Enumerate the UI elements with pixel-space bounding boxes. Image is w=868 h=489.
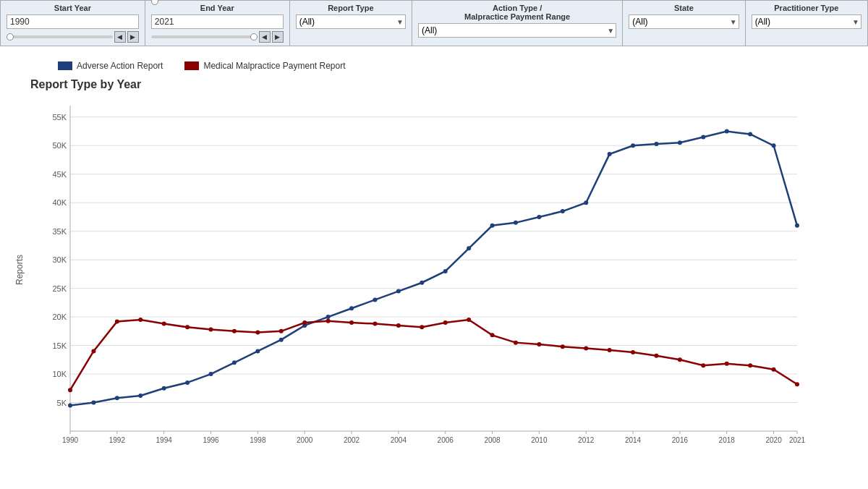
svg-point-107	[420, 325, 424, 329]
main-chart-svg: 55K50K45K40K35K30K25K20K15K10K5K19901992…	[30, 98, 812, 460]
svg-text:20K: 20K	[52, 312, 67, 321]
legend-red-icon	[184, 61, 199, 70]
svg-point-111	[514, 341, 518, 345]
start-year-label: Start Year	[54, 4, 91, 12]
svg-text:35K: 35K	[52, 227, 67, 236]
state-filter: State (All) ▼	[623, 1, 745, 46]
report-type-filter: Report Type (All) ▼	[290, 1, 412, 46]
svg-text:2010: 2010	[531, 436, 548, 444]
start-year-value: 1990	[7, 14, 139, 29]
chart-container: Adverse Action Report Medical Malpractic…	[0, 46, 868, 477]
chart-body: Reports Report Type by Year 55K50K45K40K…	[14, 78, 854, 462]
action-malpractice-label: Action Type /Malpractice Payment Range	[464, 4, 570, 21]
svg-point-120	[725, 362, 729, 366]
svg-point-68	[255, 349, 260, 353]
start-year-prev[interactable]: ◀	[114, 31, 126, 43]
svg-point-108	[443, 320, 448, 325]
svg-point-84	[631, 143, 635, 148]
chart-title: Report Type by Year	[30, 78, 854, 91]
svg-point-103	[326, 319, 331, 323]
practitioner-type-select[interactable]: (All)	[752, 14, 861, 29]
legend-blue-label: Adverse Action Report	[77, 61, 163, 71]
action-malpractice-select[interactable]: (All)	[418, 23, 616, 38]
start-year-filter: Start Year 1990 ◀ ▶	[1, 1, 145, 46]
svg-point-92	[68, 388, 72, 392]
action-malpractice-filter: Action Type /Malpractice Payment Range (…	[412, 1, 623, 46]
svg-point-82	[584, 200, 588, 205]
state-label: State	[674, 4, 694, 12]
svg-point-78	[490, 224, 495, 228]
svg-point-91	[795, 224, 799, 228]
svg-text:2002: 2002	[344, 436, 360, 444]
start-year-next[interactable]: ▶	[127, 31, 139, 43]
svg-text:1994: 1994	[156, 436, 173, 444]
svg-point-114	[584, 346, 588, 351]
svg-point-76	[443, 269, 448, 273]
svg-point-69	[279, 338, 284, 342]
start-year-thumb[interactable]	[7, 33, 14, 41]
svg-text:2012: 2012	[578, 436, 595, 444]
y-axis-label: Reports	[14, 255, 25, 285]
svg-point-97	[185, 325, 190, 329]
end-year-next[interactable]: ▶	[272, 31, 284, 43]
svg-text:2018: 2018	[719, 436, 736, 444]
svg-point-73	[373, 297, 377, 302]
svg-text:2020: 2020	[765, 436, 782, 444]
svg-point-119	[701, 363, 705, 367]
svg-point-118	[678, 357, 682, 362]
svg-point-65	[185, 380, 190, 385]
state-select[interactable]: (All)	[629, 14, 739, 29]
svg-point-71	[326, 315, 331, 319]
svg-point-61	[91, 401, 95, 405]
start-year-track[interactable]	[7, 35, 113, 38]
svg-point-99	[232, 329, 237, 333]
svg-text:55K: 55K	[52, 113, 67, 122]
svg-point-87	[701, 135, 705, 139]
legend-item-blue: Adverse Action Report	[58, 61, 163, 71]
svg-text:2004: 2004	[391, 436, 407, 444]
svg-point-90	[772, 143, 776, 148]
state-wrapper: (All) ▼	[629, 14, 739, 29]
svg-text:2021: 2021	[789, 436, 806, 444]
practitioner-type-filter: Practitioner Type (All) ▼	[746, 1, 867, 46]
svg-text:2000: 2000	[297, 436, 313, 444]
svg-text:1998: 1998	[250, 436, 266, 444]
svg-point-122	[772, 367, 776, 372]
svg-text:30K: 30K	[52, 255, 67, 264]
svg-point-95	[138, 318, 142, 322]
svg-point-100	[255, 330, 260, 334]
svg-point-62	[115, 396, 119, 400]
end-year-track[interactable]	[151, 35, 258, 38]
svg-point-77	[467, 246, 471, 250]
svg-point-64	[162, 386, 166, 391]
svg-rect-0	[58, 61, 72, 70]
end-year-thumb-left[interactable]	[151, 0, 158, 5]
end-year-filter: End Year 2021 ◀ ▶	[145, 1, 290, 46]
action-malpractice-wrapper: (All) ▼	[418, 23, 616, 38]
svg-point-113	[561, 344, 565, 349]
svg-point-74	[396, 289, 401, 294]
report-type-label: Report Type	[328, 4, 373, 12]
svg-point-94	[115, 319, 119, 323]
svg-point-98	[209, 327, 213, 331]
svg-point-116	[631, 350, 635, 354]
svg-point-86	[678, 140, 682, 145]
svg-text:2008: 2008	[484, 436, 501, 444]
svg-point-80	[537, 215, 541, 219]
svg-point-81	[561, 209, 565, 213]
svg-point-93	[91, 349, 95, 353]
end-year-prev[interactable]: ◀	[259, 31, 271, 43]
svg-point-117	[654, 354, 658, 358]
svg-point-106	[396, 323, 401, 328]
end-year-value: 2021	[151, 14, 284, 29]
report-type-wrapper: (All) ▼	[296, 14, 406, 29]
svg-text:2014: 2014	[625, 436, 642, 444]
svg-point-85	[654, 142, 658, 146]
svg-point-102	[302, 320, 307, 325]
svg-point-112	[537, 342, 541, 346]
legend-red-label: Medical Malpractice Payment Report	[203, 61, 345, 71]
report-type-select[interactable]: (All)	[296, 14, 406, 29]
svg-point-110	[490, 333, 495, 337]
svg-text:40K: 40K	[52, 198, 67, 207]
end-year-thumb[interactable]	[250, 33, 258, 41]
